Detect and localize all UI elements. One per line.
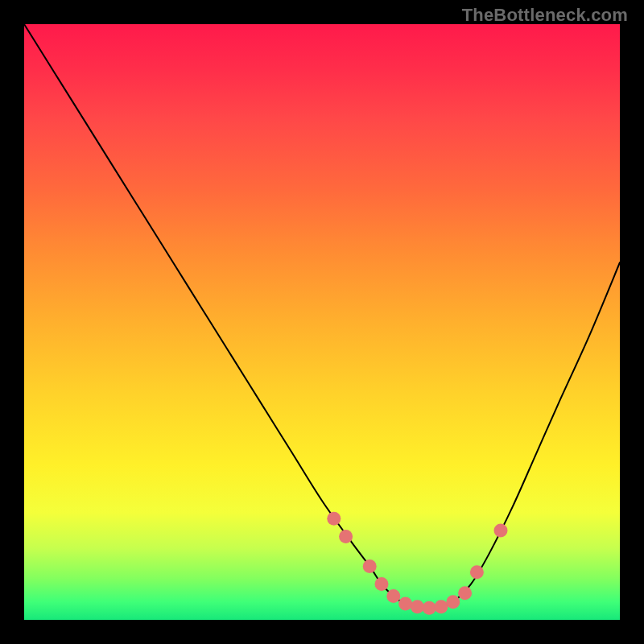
highlight-marker bbox=[411, 600, 424, 613]
highlight-marker bbox=[446, 595, 460, 609]
highlight-marker bbox=[386, 589, 400, 603]
highlight-marker bbox=[494, 524, 508, 538]
highlight-marker bbox=[423, 601, 436, 615]
highlight-marker bbox=[375, 577, 389, 591]
bottleneck-curve-path bbox=[24, 24, 620, 608]
highlight-marker bbox=[339, 530, 353, 543]
curve-svg bbox=[24, 24, 620, 620]
highlight-markers bbox=[327, 512, 507, 615]
highlight-marker bbox=[435, 600, 448, 613]
highlight-marker bbox=[398, 597, 412, 611]
highlight-marker bbox=[363, 559, 377, 573]
highlight-marker bbox=[458, 586, 472, 600]
highlight-marker bbox=[470, 565, 484, 579]
plot-area bbox=[24, 24, 620, 620]
chart-stage: TheBottleneck.com bbox=[0, 0, 644, 644]
watermark-text: TheBottleneck.com bbox=[462, 5, 628, 26]
highlight-marker bbox=[327, 512, 341, 526]
